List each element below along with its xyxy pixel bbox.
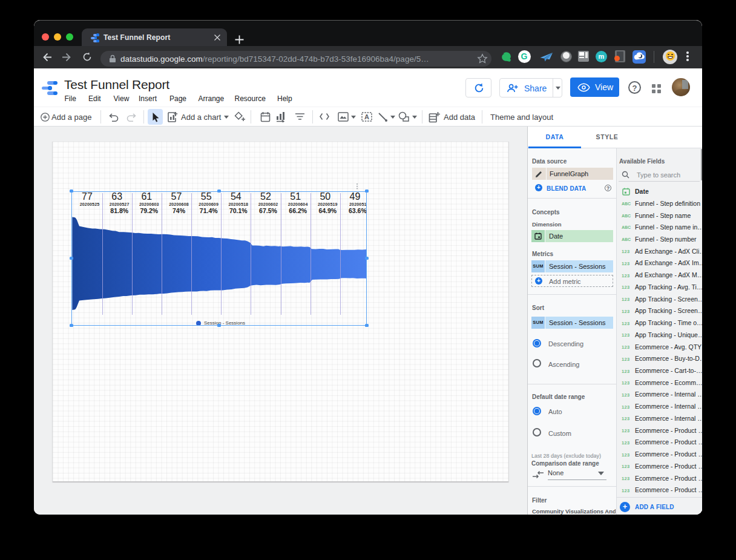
svg-text:A: A — [364, 113, 369, 120]
